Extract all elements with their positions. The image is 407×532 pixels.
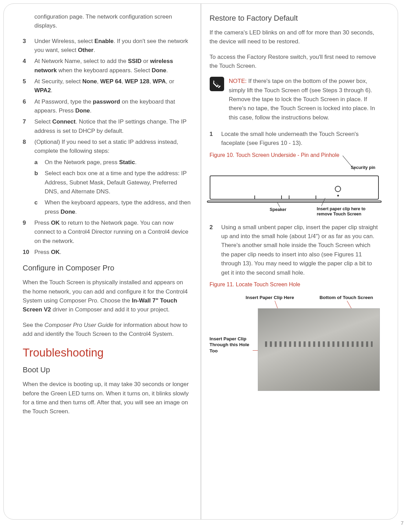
substep-text: On the Network page, press Static.	[45, 158, 136, 167]
step-number: 4	[23, 57, 34, 75]
step-text: Press OK to return to the Network page. …	[34, 219, 192, 246]
step-3: 3 Under Wireless, select Enable. If you …	[23, 37, 192, 55]
steps-list: 3 Under Wireless, select Enable. If you …	[23, 37, 192, 257]
note-block: NOTE: If there's tape on the bottom of t…	[210, 77, 379, 122]
step-4: 4 At Network Name, select to add the SSI…	[23, 57, 192, 75]
document-page: configuration page. The network configur…	[3, 3, 398, 520]
step-number: 6	[23, 97, 34, 116]
step-number: 8	[23, 138, 34, 156]
figure-10-caption: Figure 10. Touch Screen Underside - Pin …	[210, 152, 379, 158]
step-text: Select Connect. Notice that the IP setti…	[34, 117, 192, 136]
step-text: Under Wireless, select Enable. If you do…	[34, 37, 192, 55]
step-number: 2	[210, 223, 221, 277]
substep-text: When the keyboard appears, type the addr…	[45, 198, 192, 216]
diagram-speaker	[254, 195, 282, 200]
step-10: 10 Press OK.	[23, 248, 192, 257]
step-text: Using a small unbent paper clip, insert …	[221, 223, 379, 277]
paragraph: When the Touch Screen is physically inst…	[23, 278, 192, 314]
diagram-speaker	[289, 195, 316, 200]
heading-boot-up: Boot Up	[23, 365, 192, 374]
label-bottom-touchscreen: Bottom of Touch Screen	[320, 295, 373, 301]
diagram-pin-circle	[335, 186, 341, 192]
step-9: 9 Press OK to return to the Network page…	[23, 219, 192, 246]
note-text: NOTE: If there's tape on the bottom of t…	[229, 77, 379, 122]
substep-letter: c	[34, 198, 45, 216]
step-number: 10	[23, 248, 34, 257]
diagram-base	[207, 201, 382, 203]
step-number: 5	[23, 77, 34, 95]
substep-a: a On the Network page, press Static.	[34, 158, 192, 167]
label-insert-through-hole: Insert Paper Clip Through this Hole Too	[210, 336, 258, 354]
heading-restore: Restore to Factory Default	[210, 14, 379, 23]
left-column: configuration page. The network configur…	[14, 12, 201, 511]
note-icon	[210, 77, 224, 91]
step-text: Press OK.	[34, 248, 61, 257]
step-6: 6 At Password, type the password on the …	[23, 97, 192, 116]
step-text: At Security, select None, WEP 64, WEP 12…	[34, 77, 192, 95]
paragraph: When the device is booting up, it may ta…	[23, 380, 192, 416]
step-5: 5 At Security, select None, WEP 64, WEP …	[23, 77, 192, 95]
right-column: Restore to Factory Default If the camera…	[201, 12, 388, 511]
label-insert-clip: Insert paper clip here to remove Touch S…	[317, 206, 374, 217]
figure-11-diagram: Insert Paper Clip Here Bottom of Touch S…	[210, 291, 379, 401]
paragraph: To access the Factory Restore switch, yo…	[210, 53, 379, 71]
step-7: 7 Select Connect. Notice that the IP set…	[23, 117, 192, 136]
callout-line	[277, 202, 280, 207]
label-insert-clip-here: Insert Paper Clip Here	[246, 295, 294, 301]
step-8: 8 (Optional) If you need to set a static…	[23, 138, 192, 156]
step-text: At Network Name, select to add the SSID …	[34, 57, 192, 75]
restore-step-2: 2 Using a small unbent paper clip, inser…	[210, 223, 379, 277]
substep-letter: a	[34, 158, 45, 167]
substep-letter: b	[34, 169, 45, 196]
figure-11-caption: Figure 11. Locate Touch Screen Hole	[210, 281, 379, 288]
heading-configure-composer: Configure in Composer Pro	[23, 264, 192, 273]
page-number: 7	[401, 520, 404, 526]
diagram-pinhole-dot	[337, 195, 339, 196]
step-number: 7	[23, 117, 34, 136]
heading-troubleshooting: Troubleshooting	[23, 346, 192, 359]
step-number: 1	[210, 130, 221, 148]
step-number: 3	[23, 37, 34, 55]
step-text: (Optional) If you need to set a static I…	[34, 138, 192, 156]
step-text: Locate the small hole underneath the Tou…	[221, 130, 379, 148]
figure-10-diagram: Security pin Speaker Insert paper clip h…	[210, 162, 379, 217]
substep-c: c When the keyboard appears, type the ad…	[34, 198, 192, 216]
label-speaker: Speaker	[270, 207, 287, 212]
paragraph: If the camera's LED blinks on and off fo…	[210, 28, 379, 46]
restore-step-1: 1 Locate the small hole underneath the T…	[210, 130, 379, 148]
paragraph: See the Composer Pro User Guide for info…	[23, 321, 192, 339]
substep-b: b Select each box one at a time and type…	[34, 169, 192, 196]
step-text: At Password, type the password on the ke…	[34, 97, 192, 116]
figure-11-photo	[258, 308, 380, 391]
step-number: 9	[23, 219, 34, 246]
substep-text: Select each box one at a time and type t…	[45, 169, 192, 196]
intro-text: configuration page. The network configur…	[34, 12, 192, 31]
